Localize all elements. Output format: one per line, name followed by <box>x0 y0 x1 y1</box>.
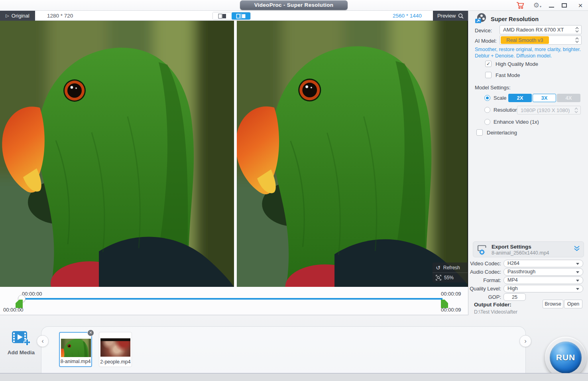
comparison-viewer: ↺ Refresh 55% <box>0 21 468 287</box>
stepper-icon <box>574 107 578 113</box>
play-icon: ▷ <box>6 13 9 18</box>
trim-end-time: 00:00:09 <box>441 307 461 313</box>
refresh-button[interactable]: ↺ Refresh <box>433 263 468 272</box>
add-media-button[interactable]: Add Media <box>5 330 37 355</box>
ai-model-label: AI Model: <box>475 38 497 44</box>
ai-model-select[interactable]: Real Smooth v3 <box>500 36 582 45</box>
zoom-icon <box>436 275 441 280</box>
quality-level-row: Quality Level: High <box>468 285 586 292</box>
title-bar: VideoProc - Super Resolution ⚙▾ × <box>0 0 588 11</box>
maximize-button[interactable] <box>559 0 569 11</box>
video-codec-value: H264 <box>507 261 519 266</box>
panel-title: Super Resolution <box>491 16 539 22</box>
original-tab[interactable]: ▷ Original <box>0 11 35 21</box>
media-thumbnail <box>61 339 91 357</box>
gop-input[interactable] <box>503 293 526 301</box>
resolution-select: 1080P (1920 X 1080) <box>517 106 581 114</box>
audio-codec-row: Audio Codec: Passthrough <box>468 268 586 276</box>
scale-2x-button[interactable]: 2X <box>508 94 532 102</box>
media-item-selected[interactable]: 8-animal.mp4 × <box>59 332 92 367</box>
device-value: AMD Radeon RX 6700 XT <box>503 27 564 33</box>
output-folder-path: D:\Test Videos\after <box>474 309 517 315</box>
preview-tab-label: Preview <box>437 13 456 19</box>
export-settings-header[interactable]: Export Settings 8-animal_2560x1440.mp4 <box>473 241 584 257</box>
device-label: Device: <box>475 28 492 34</box>
audio-codec-select[interactable]: Passthrough <box>503 268 583 276</box>
split-view-button[interactable] <box>232 12 250 20</box>
zoom-level-control[interactable]: 55% <box>433 272 468 282</box>
export-settings-icon <box>477 245 488 255</box>
media-item-name: 8-animal.mp4 <box>60 359 91 364</box>
trim-timeline: 00:00:00 00:00:09 00:00:00 00:00:09 <box>0 287 468 315</box>
scale-3x-button[interactable]: 3X <box>533 94 556 102</box>
refresh-icon: ↺ <box>436 265 441 271</box>
deinterlacing-label: Deinterlacing <box>487 130 517 136</box>
fast-mode-label: Fast Mode <box>496 72 520 78</box>
enhanced-video-pane <box>237 21 467 287</box>
run-button[interactable]: RUN <box>550 342 582 373</box>
remove-media-button[interactable]: × <box>87 330 94 336</box>
format-row: Format: MP4 <box>468 276 586 284</box>
gop-label: GOP: <box>468 294 501 300</box>
export-settings-title: Export Settings <box>492 244 531 250</box>
gear-glyph: ⚙ <box>533 1 539 10</box>
bottom-strip <box>0 373 588 381</box>
cart-icon[interactable] <box>514 0 526 11</box>
minimize-button[interactable] <box>546 0 557 11</box>
fast-mode-checkbox[interactable] <box>485 72 492 78</box>
settings-gear-icon[interactable]: ⚙▾ <box>531 0 544 11</box>
single-view-icon <box>218 14 227 19</box>
comparison-divider[interactable] <box>234 21 237 287</box>
check-icon: ✓ <box>486 61 490 67</box>
deinterlacing-checkbox[interactable] <box>476 129 483 136</box>
format-select[interactable]: MP4 <box>503 276 583 284</box>
collapse-chevrons-icon[interactable] <box>574 245 580 252</box>
minimize-icon <box>549 7 554 8</box>
scroll-left-button[interactable]: ‹ <box>37 335 49 347</box>
add-media-icon <box>12 330 31 346</box>
media-item[interactable]: 2-people.mp4 <box>99 332 132 367</box>
high-quality-label: High Quality Mode <box>496 61 538 67</box>
close-button[interactable]: × <box>575 0 586 11</box>
model-settings-label: Model Settings: <box>475 85 511 91</box>
caret-down-icon: ▾ <box>540 5 541 8</box>
source-resolution: 1280 * 720 <box>47 11 73 21</box>
scale-4x-button: 4X <box>557 94 580 102</box>
zoom-level-value: 55% <box>444 275 454 280</box>
format-value: MP4 <box>507 277 518 283</box>
scale-label: Scale <box>494 95 507 101</box>
quality-level-select[interactable]: High <box>503 285 583 292</box>
end-time: 00:00:09 <box>441 291 461 297</box>
quality-level-label: Quality Level: <box>468 286 501 292</box>
timeline-track[interactable] <box>23 298 442 300</box>
preview-tab[interactable]: Preview <box>433 11 468 21</box>
output-folder-label: Output Folder: <box>474 302 511 308</box>
preview-toolbar: ▷ Original 1280 * 720 2560 * 1440 Previe… <box>0 11 468 21</box>
video-codec-select[interactable]: H264 <box>503 260 583 267</box>
open-button[interactable]: Open <box>564 300 582 308</box>
viewer-overlay: ↺ Refresh 55% <box>433 263 468 282</box>
video-codec-label: Video Codec: <box>468 261 501 267</box>
scroll-right-button[interactable]: › <box>519 335 531 347</box>
scale-radio[interactable] <box>484 95 490 101</box>
high-quality-checkbox[interactable]: ✓ <box>485 61 492 67</box>
refresh-label: Refresh <box>443 265 460 270</box>
media-item-name: 2-people.mp4 <box>99 359 132 365</box>
media-bar: Add Media ‹ › 8-animal.mp4 × 2-people.mp… <box>0 315 588 373</box>
trim-start-time: 00:00:00 <box>3 307 24 313</box>
enhance-video-label: Enhance Video (1x) <box>494 119 539 125</box>
split-view-icon <box>236 14 246 19</box>
view-mode-toggle <box>212 12 251 20</box>
quality-level-value: High <box>507 286 518 291</box>
resolution-radio[interactable] <box>484 107 490 113</box>
enhance-video-radio[interactable] <box>484 119 490 125</box>
stepper-icon <box>575 27 579 33</box>
single-view-button[interactable] <box>213 12 232 20</box>
browse-button[interactable]: Browse <box>543 300 563 308</box>
device-select[interactable]: AMD Radeon RX 6700 XT <box>500 25 582 34</box>
audio-codec-label: Audio Codec: <box>468 269 501 275</box>
window-title: VideoProc - Super Resolution <box>240 0 348 10</box>
resolution-label: Resolution <box>494 107 518 113</box>
add-media-label: Add Media <box>5 349 37 355</box>
media-thumbnail <box>100 338 130 357</box>
